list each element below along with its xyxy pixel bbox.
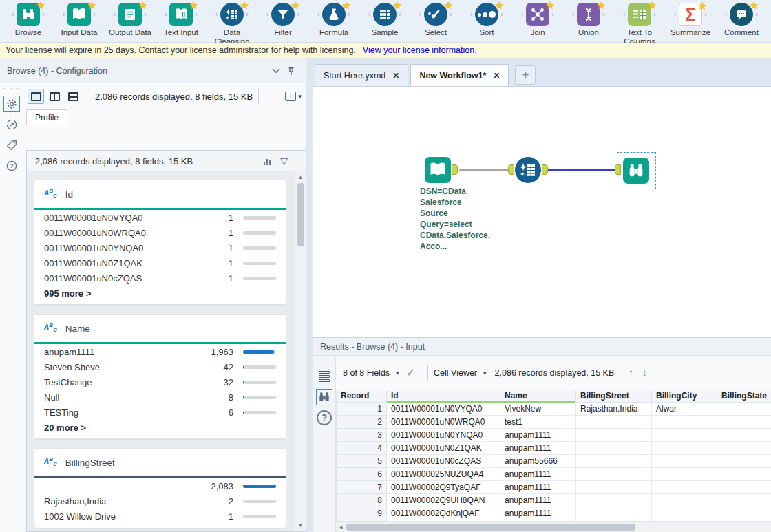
chart-icon[interactable]: [264, 157, 271, 165]
profile-value-row[interactable]: 0011W00001uN0YNQA01: [34, 240, 286, 255]
profile-value-row[interactable]: Null8: [34, 390, 286, 405]
help-icon[interactable]: ?: [316, 409, 332, 426]
profile-value-row[interactable]: 0011W00001uN0cZQAS1: [34, 270, 286, 286]
cell-viewer-selector[interactable]: Cell Viewer ▾: [434, 368, 487, 378]
tool-sort[interactable]: ★ Sort: [461, 1, 512, 37]
data-cell: anupam55666: [500, 455, 576, 468]
layout-stack-icon[interactable]: [316, 368, 332, 385]
tool-union[interactable]: ★ Union: [563, 1, 614, 37]
license-info-link[interactable]: View your license information.: [363, 45, 477, 55]
apply-check-icon[interactable]: ✓: [406, 366, 415, 379]
column-header-billingcity[interactable]: BillingCity: [652, 390, 717, 403]
tool-annotation[interactable]: DSN=CDataSalesforce SourceQuery=selectCD…: [416, 184, 489, 255]
profile-value-row[interactable]: anupam11111,963: [34, 344, 286, 359]
filter-icon[interactable]: ▽: [280, 156, 288, 166]
drag-handle[interactable]: ·····: [313, 357, 335, 364]
tab-start-here[interactable]: Start Here.yxmd ✕: [315, 64, 408, 86]
tag-icon[interactable]: [3, 137, 20, 153]
column-header-billingstate[interactable]: BillingState: [717, 390, 771, 403]
table-row[interactable]: 90011W00002QdKnjQAFanupam1111: [337, 507, 771, 520]
profile-value-row[interactable]: 0011W00001uN0VYQA01: [34, 210, 286, 225]
drag-handle[interactable]: · · ·: [0, 85, 23, 92]
table-row[interactable]: 30011W00001uN0YNQA0anupam1111: [337, 429, 771, 442]
tab-profile[interactable]: Profile: [26, 109, 67, 126]
tool-sample[interactable]: ★ Sample: [359, 1, 410, 37]
collapse-chevron-icon[interactable]: [268, 63, 284, 78]
profile-value-row[interactable]: 2,083: [34, 478, 286, 493]
scroll-down-icon[interactable]: ▼: [298, 520, 304, 531]
tool-join[interactable]: ★ Join: [512, 1, 563, 37]
profile-value-row[interactable]: 0011W00001uN0WRQA01: [34, 225, 286, 240]
open-in-window-button[interactable]: + ▾: [285, 92, 302, 101]
tool-text-input[interactable]: ★ Text Input: [156, 1, 207, 37]
output-anchor[interactable]: [542, 164, 548, 175]
connector-gray: [459, 169, 514, 171]
fields-selector[interactable]: 8 of 8 Fields ▾: [343, 368, 399, 378]
tool-formula[interactable]: ★ Formula: [308, 1, 359, 37]
help-icon[interactable]: ?: [3, 158, 20, 174]
scrollbar-thumb[interactable]: [346, 524, 635, 531]
table-row[interactable]: 20011W00001uN0WRQA0test1: [337, 416, 771, 429]
data-cell: 0011W00001uN0VYQA0: [387, 403, 500, 416]
next-arrow-icon[interactable]: ↓: [637, 367, 651, 379]
column-header-billingstreet[interactable]: BillingStreet: [576, 390, 652, 403]
table-row[interactable]: 80011W00002Q9UH8QANanupam1111: [337, 494, 771, 507]
table-row[interactable]: 40011W00001uN0Z1QAKanupam1111: [337, 442, 771, 455]
column-header-record[interactable]: Record: [337, 390, 387, 403]
data-cleansing-tool-node[interactable]: [515, 157, 541, 183]
input-data-tool-node[interactable]: [425, 157, 451, 183]
tool-filter[interactable]: ★ Filter: [257, 1, 308, 37]
tool-text-to-columns[interactable]: ★ Text To Columns: [614, 1, 665, 46]
profile-panel: 2,086 records displayed, 8 fields, 15 KB…: [26, 150, 306, 532]
data-cell: [652, 429, 717, 442]
tool-data-cleansing[interactable]: ★ Data Cleansing: [207, 1, 257, 46]
profile-value-row[interactable]: TESTing6: [34, 405, 286, 420]
profile-value-row[interactable]: Steven Sbeve42: [34, 359, 286, 374]
profile-scrollbar[interactable]: ▲ ▼: [295, 171, 306, 531]
tool-select[interactable]: ✓ ★ Select: [410, 1, 461, 37]
tab-new-workflow1[interactable]: New Workflow1* ✕: [410, 64, 509, 86]
profile-value-row[interactable]: TestChange32: [34, 374, 286, 390]
navigate-arrow-icon[interactable]: [3, 116, 20, 133]
favorite-star-icon: ★: [138, 0, 147, 10]
column-header-name[interactable]: Name: [500, 390, 576, 403]
scroll-up-icon[interactable]: ▲: [298, 171, 304, 183]
vertical-split-button[interactable]: [46, 89, 63, 104]
profile-value-row[interactable]: 0011W00001uN0Z1QAK1: [34, 255, 286, 270]
pin-icon[interactable]: [284, 63, 299, 78]
tool-input-data[interactable]: ★ Input Data: [54, 1, 105, 37]
gear-icon[interactable]: [3, 96, 20, 112]
close-icon[interactable]: ✕: [392, 71, 399, 81]
workflow-canvas[interactable]: DSN=CDataSalesforce SourceQuery=selectCD…: [313, 86, 771, 337]
close-icon[interactable]: ✕: [493, 71, 500, 81]
output-anchor[interactable]: [452, 164, 458, 175]
horizontal-scrollbar[interactable]: ◂: [336, 521, 771, 532]
results-icon-strip: ····· ?: [313, 356, 335, 532]
profile-cards: ABCId0011W00001uN0VYQA010011W00001uN0WRQ…: [27, 171, 295, 531]
input-anchor[interactable]: [508, 164, 514, 175]
more-values-link[interactable]: 995 more >: [34, 286, 286, 300]
table-row[interactable]: 10011W00001uN0VYQA0VivekNewRajasthan,Ind…: [337, 403, 771, 416]
single-pane-button[interactable]: [28, 89, 44, 104]
prev-arrow-icon[interactable]: ↑: [624, 367, 637, 379]
browse-view-icon[interactable]: [316, 389, 332, 405]
input-anchor[interactable]: [615, 164, 621, 175]
profile-value-row[interactable]: 1002 Willow Drive1: [34, 509, 286, 524]
data-cell: 0011W00002QdKnjQAF: [387, 507, 500, 520]
profile-value-row[interactable]: Rajasthan,India2: [34, 493, 286, 509]
new-workflow-button[interactable]: +: [515, 65, 536, 85]
table-row[interactable]: 70011W00002Q9TyaQAFanupam1111: [337, 481, 771, 494]
tool-output-data[interactable]: ★ Output Data: [105, 1, 156, 37]
table-row[interactable]: 60011W000025NUZUQA4anupam1111: [337, 468, 771, 481]
more-values-link[interactable]: 20 more >: [34, 420, 286, 434]
browse-tool-node[interactable]: [623, 158, 649, 184]
scroll-left-icon[interactable]: ◂: [336, 524, 346, 531]
tool-summarize[interactable]: Σ ★ Summarize: [665, 1, 716, 37]
scrollbar-thumb[interactable]: [297, 183, 304, 246]
table-row[interactable]: 50011W00001uN0cZQASanupam55666: [337, 455, 771, 468]
value-count: 2: [202, 496, 233, 507]
horizontal-split-button[interactable]: [65, 89, 81, 104]
column-header-id[interactable]: Id: [387, 390, 500, 403]
tool-browse[interactable]: ★ Browse: [3, 1, 54, 37]
tool-comment[interactable]: ★ Comment: [716, 1, 767, 37]
